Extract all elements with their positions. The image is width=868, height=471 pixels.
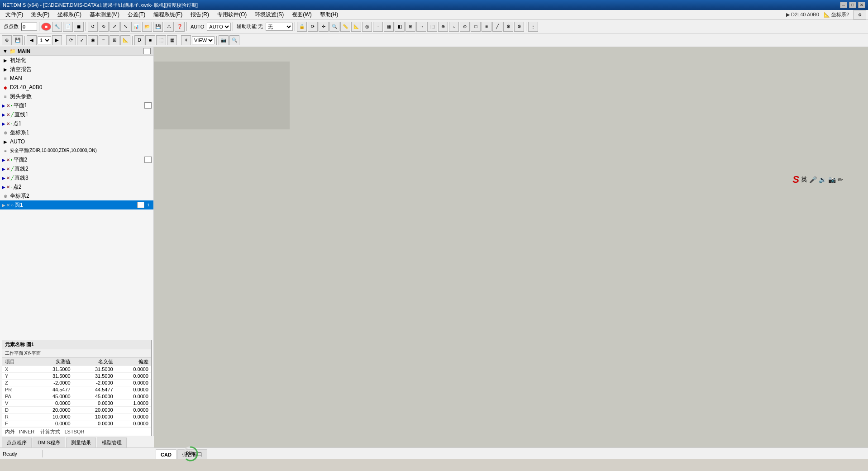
tb-icon1[interactable]: 🔧 — [52, 22, 62, 32]
tb-icon4[interactable]: ↺ — [88, 22, 98, 32]
tb2-icon9[interactable]: ■ — [145, 35, 155, 45]
tb-view2[interactable]: ◧ — [395, 22, 405, 32]
tree-item-plane2[interactable]: ▶ ✕ • 平面2 — [0, 155, 153, 164]
tb-icon8[interactable]: 📊 — [131, 22, 141, 32]
window-controls[interactable]: ─ □ ✕ — [840, 2, 865, 8]
tb2-icon6[interactable]: ⊞ — [110, 35, 119, 45]
tree-item-probe[interactable]: ≡ 测头参数 — [0, 92, 153, 101]
close-button[interactable]: ✕ — [858, 2, 865, 8]
tree-item-man[interactable]: ≡ MAN — [0, 74, 153, 83]
tb-probe[interactable]: ◎ — [362, 22, 372, 32]
tb2-icon10[interactable]: ⬚ — [156, 35, 166, 45]
tb2-prev[interactable]: ◀ — [27, 35, 37, 45]
tree-item-point2[interactable]: ▶ ✕ · 点2 — [0, 182, 153, 191]
tb-icon2[interactable]: 📄 — [63, 22, 73, 32]
menu-probe[interactable]: 测头(P) — [28, 10, 53, 19]
top-right-btn[interactable]: ⚙ — [854, 10, 866, 20]
maximize-button[interactable]: □ — [849, 2, 856, 8]
tree-item-line2[interactable]: ▶ ✕ ╱ 直线2 — [0, 164, 153, 173]
float-icon4[interactable]: 📷 — [828, 176, 836, 183]
tb-icon5[interactable]: ↻ — [99, 22, 109, 32]
tree-area[interactable]: ▶ 初始化 ▶ 清空报告 ≡ MAN ◆ D2L40_A0B0 ≡ 测头参数 — [0, 56, 153, 338]
view-select[interactable]: VIEW — [192, 36, 215, 44]
stop-btn[interactable]: ■ — [41, 23, 51, 31]
tb-measure2[interactable]: 📐 — [351, 22, 361, 32]
tb-arrow[interactable]: → — [416, 22, 426, 32]
menu-programming[interactable]: 编程系统(E) — [150, 10, 186, 19]
tree-item-line1[interactable]: ▶ ✕ ╱ 直线1 — [0, 110, 153, 119]
tree-item-plane1[interactable]: ▶ ✕ • 平面1 — [0, 101, 153, 110]
tb-measure[interactable]: 📏 — [340, 22, 350, 32]
tb-select[interactable]: ⬚ — [427, 22, 437, 32]
tree-item-cs1[interactable]: ⊕ 坐标系1 — [0, 128, 153, 137]
menu-tolerance[interactable]: 公差(T) — [124, 10, 149, 19]
menu-coords[interactable]: 坐标系(C) — [54, 10, 85, 19]
mode-select[interactable]: AUTO — [207, 23, 231, 31]
tb-gear[interactable]: ⚙ — [503, 22, 513, 32]
tb-lock[interactable]: 🔒 — [297, 22, 307, 32]
tree-item-circle1[interactable]: ▶ ✕ ○ 圆1 1 — [0, 200, 153, 209]
tab-model[interactable]: 模型管理 — [97, 438, 127, 447]
tab-cad[interactable]: CAD — [156, 449, 176, 459]
tb-icon9[interactable]: 📂 — [142, 22, 152, 32]
tb2-icon12[interactable]: ✳ — [181, 35, 191, 45]
tb-more[interactable]: ⋮ — [528, 22, 538, 32]
menu-help[interactable]: 帮助(H) — [316, 10, 342, 19]
tb2-save[interactable]: 💾 — [13, 35, 23, 45]
tb-circle1[interactable]: ○ — [449, 22, 459, 32]
tb-settings[interactable]: ⚙ — [514, 22, 524, 32]
minimize-button[interactable]: ─ — [840, 2, 847, 8]
tb-icon7[interactable]: ⤡ — [120, 22, 130, 32]
tb2-next[interactable]: ▶ — [52, 35, 62, 45]
tb-view3[interactable]: ⊞ — [405, 22, 415, 32]
tb2-icon4[interactable]: ◉ — [88, 35, 98, 45]
tb-line[interactable]: ╱ — [492, 22, 502, 32]
tb-square[interactable]: □ — [471, 22, 481, 32]
menu-view[interactable]: 视图(W) — [288, 10, 315, 19]
viewport[interactable]: ○ 圆 1 | 直线 3 + 点 2 / 2 X Z — [154, 47, 868, 447]
tb2-icon1[interactable]: ⊕ — [2, 35, 12, 45]
tb-icon12[interactable]: ❓ — [175, 22, 185, 32]
tab-dmis[interactable]: DMIS程序 — [33, 438, 65, 447]
tree-item-line3[interactable]: ▶ ✕ ╱ 直线3 — [0, 173, 153, 182]
tb-icon11[interactable]: ⚠ — [164, 22, 174, 32]
tree-item-auto[interactable]: ▶ AUTO — [0, 137, 153, 146]
tb-rotate[interactable]: ⟳ — [308, 22, 318, 32]
assist-select[interactable]: 无 — [266, 23, 293, 31]
tree-item-point1[interactable]: ▶ ✕ · 点1 — [0, 119, 153, 128]
tree-item-clear[interactable]: ▶ 清空报告 — [0, 65, 153, 74]
tb2-icon14[interactable]: 🔍 — [229, 35, 239, 45]
menu-env[interactable]: 环境设置(S) — [251, 10, 287, 19]
tb-layer[interactable]: ≡ — [482, 22, 491, 32]
tb-zoom[interactable]: 🔍 — [329, 22, 339, 32]
tb-cross[interactable]: ⊕ — [438, 22, 448, 32]
menu-basic-measure[interactable]: 基本测量(M) — [86, 10, 123, 19]
tree-collapse-icon[interactable]: ▼ — [3, 48, 8, 54]
menu-report[interactable]: 报告(R) — [187, 10, 213, 19]
tree-item-safe[interactable]: ≡ 安全平面(ZDIR,10.0000,ZDIR,10.0000,ON) — [0, 146, 153, 155]
tb2-icon8[interactable]: D — [134, 35, 144, 45]
tb-view1[interactable]: ▦ — [384, 22, 394, 32]
tree-item-d2l40[interactable]: ◆ D2L40_A0B0 — [0, 83, 153, 92]
float-icon2[interactable]: 🎤 — [809, 176, 817, 183]
tb-move[interactable]: ✛ — [319, 22, 329, 32]
tree-item-cs2[interactable]: ⊕ 坐标系2 — [0, 191, 153, 200]
float-icon1[interactable]: 英 — [801, 176, 807, 184]
tb2-icon3[interactable]: ⤢ — [77, 35, 87, 45]
tb2-icon11[interactable]: ▦ — [167, 35, 177, 45]
tb-icon6[interactable]: ⤢ — [110, 22, 119, 32]
menu-special[interactable]: 专用软件(O) — [214, 10, 250, 19]
float-icon5[interactable]: ✏ — [838, 176, 843, 183]
tb-icon10[interactable]: 💾 — [153, 22, 163, 32]
tb-point[interactable]: · — [373, 22, 383, 32]
menu-file[interactable]: 文件(F) — [2, 10, 27, 19]
tab-prog[interactable]: 点点程序 — [2, 438, 32, 447]
tb2-icon2[interactable]: ⟳ — [66, 35, 76, 45]
tree-item-init[interactable]: ▶ 初始化 — [0, 56, 153, 65]
tb-circle2[interactable]: ⊙ — [460, 22, 470, 32]
tb2-icon13[interactable]: 📷 — [219, 35, 229, 45]
tb-icon3[interactable]: ◼ — [74, 22, 84, 32]
tab-measure[interactable]: 测量结果 — [66, 438, 96, 447]
point-count-input[interactable] — [21, 23, 37, 31]
tb2-icon5[interactable]: ≡ — [99, 35, 109, 45]
